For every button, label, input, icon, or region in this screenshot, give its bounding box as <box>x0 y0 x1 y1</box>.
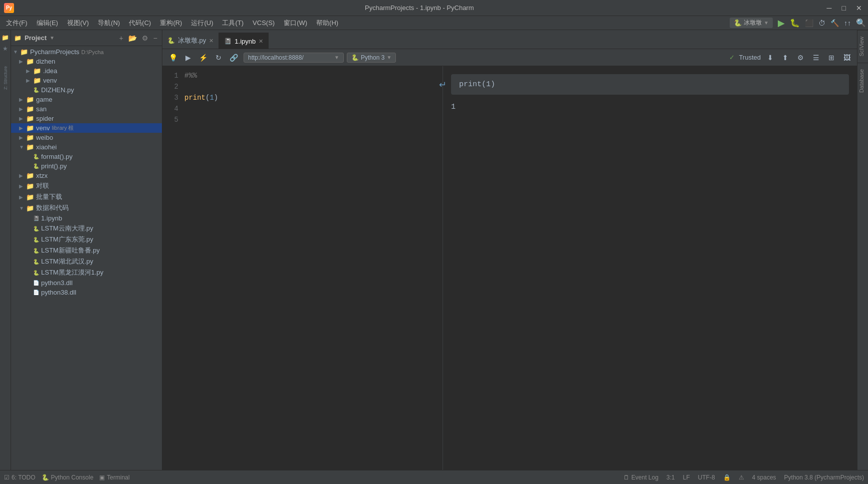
notebook-content: 1 2 3 4 5 #%% print(1) <box>162 66 857 470</box>
tree-item-format-py[interactable]: ▶ 🐍 format().py <box>11 152 162 161</box>
tree-item-spider[interactable]: ▶ 📁 spider <box>11 114 162 123</box>
close-button[interactable]: ✕ <box>854 4 864 12</box>
func-name: print <box>184 94 205 102</box>
menu-view[interactable]: 视图(V) <box>63 18 93 29</box>
tab-ipynb-close[interactable]: ✕ <box>259 38 263 45</box>
code-content[interactable]: #%% print(1) <box>182 66 443 129</box>
file-dizhen-py-label: DIZHEN.py <box>41 86 74 94</box>
left-icon-bookmark[interactable]: ★ <box>3 45 8 52</box>
nb-kernel-dropdown-icon: ▼ <box>386 55 391 60</box>
tree-item-idea[interactable]: ▶ 📁 .idea <box>11 66 162 76</box>
tree-item-python3-dll[interactable]: ▶ 📄 python3.dll <box>11 278 162 288</box>
nb-export-button[interactable]: ⬆ <box>780 52 791 63</box>
tree-item-data-code[interactable]: ▼ 📁 数据和代码 <box>11 202 162 213</box>
database-label[interactable]: Database <box>857 63 868 99</box>
kernel-selector[interactable]: 🐍 冰墩墩 ▼ <box>730 18 773 28</box>
nb-refresh-button[interactable]: ↻ <box>213 52 224 63</box>
coverage-button[interactable]: ⬛ <box>805 19 813 27</box>
menu-run[interactable]: 运行(U) <box>187 18 217 29</box>
menu-window[interactable]: 窗口(W) <box>280 18 311 29</box>
tree-item-xiaohei[interactable]: ▼ 📁 xiaohei <box>11 142 162 152</box>
folder-venv-root-label: venv <box>36 124 50 132</box>
debug-button[interactable]: 🐛 <box>790 18 800 28</box>
tree-item-duilian[interactable]: ▶ 📁 对联 <box>11 180 162 191</box>
tree-item-print-py[interactable]: ▶ 🐍 print().py <box>11 161 162 171</box>
nb-import-button[interactable]: ⬇ <box>765 52 776 63</box>
bottom-terminal[interactable]: ▣ Terminal <box>99 474 129 481</box>
profile-button[interactable]: ⏱ <box>818 19 825 27</box>
code-cell[interactable]: 1 2 3 4 5 #%% print(1) <box>162 66 443 470</box>
python-console-icon: 🐍 <box>42 474 49 481</box>
title-bar-left: Py <box>4 3 14 13</box>
nb-bulb-button[interactable]: 💡 <box>166 52 180 63</box>
commit-button[interactable]: ↑↑ <box>844 19 851 27</box>
sciview-label[interactable]: ScIView <box>857 30 868 63</box>
nb-kernel-selector[interactable]: 🐍 Python 3 ▼ <box>347 53 396 63</box>
menu-refactor[interactable]: 重构(R) <box>156 18 186 29</box>
encoding: UTF-8 <box>698 474 715 481</box>
tree-item-lstm-hubei[interactable]: ▶ 🐍 LSTM湖北武汉.py <box>11 256 162 267</box>
tree-item-dizhen[interactable]: ▶ 📁 dizhen <box>11 57 162 66</box>
folder-data-code-label: 数据和代码 <box>36 203 69 212</box>
nb-lightning-button[interactable]: ⚡ <box>196 52 210 63</box>
tab-ipynb-icon: 📓 <box>224 38 232 45</box>
tree-root[interactable]: ▼ 📁 PycharmProjects D:\Pycha <box>11 47 162 57</box>
tree-item-dizhen-py[interactable]: ▶ 🐍 DIZHEN.py <box>11 85 162 95</box>
tree-item-san[interactable]: ▶ 📁 san <box>11 104 162 114</box>
tree-item-lstm-guangdong[interactable]: ▶ 🐍 LSTM广东东莞.py <box>11 234 162 245</box>
tree-item-piliang[interactable]: ▶ 📁 批量下载 <box>11 191 162 202</box>
project-dropdown-icon[interactable]: ▼ <box>50 35 55 41</box>
right-panel-labels: ScIView Database <box>857 30 868 470</box>
menu-code[interactable]: 代码(C) <box>125 18 155 29</box>
menu-help[interactable]: 帮助(H) <box>312 18 342 29</box>
nb-grid-button[interactable]: ⊞ <box>826 52 837 63</box>
tree-item-venv-root[interactable]: ▶ 📁 venv library 根 <box>11 123 162 133</box>
new-file-button[interactable]: + <box>118 33 125 43</box>
tab-bar: 🐍 冰墩墩.py ✕ 📓 1.ipynb ✕ <box>162 30 857 49</box>
menu-navigate[interactable]: 导航(N) <box>94 18 124 29</box>
tree-item-game[interactable]: ▶ 📁 game <box>11 95 162 104</box>
tree-item-lstm-heilongjiang[interactable]: ▶ 🐍 LSTM黑龙江漠河1.py <box>11 267 162 278</box>
nb-link-button[interactable]: 🔗 <box>227 52 241 63</box>
tree-item-xtzx[interactable]: ▶ 📁 xtzx <box>11 171 162 180</box>
bottom-todo[interactable]: ☑ 6: TODO <box>4 474 36 481</box>
maximize-button[interactable]: □ <box>840 4 848 12</box>
tree-item-python38-dll[interactable]: ▶ 📄 python38.dll <box>11 288 162 297</box>
tree-item-lstm-yunnan[interactable]: ▶ 🐍 LSTM云南大理.py <box>11 223 162 234</box>
menu-vcs[interactable]: VCS(S) <box>249 18 279 28</box>
menu-edit[interactable]: 编辑(E) <box>33 18 62 29</box>
file-ipynb-label: 1.ipynb <box>41 214 62 222</box>
bottom-python-console[interactable]: 🐍 Python Console <box>42 474 94 481</box>
minimize-button[interactable]: ─ <box>825 4 834 12</box>
left-icon-project[interactable]: 📁 <box>2 34 9 41</box>
tree-item-ipynb[interactable]: ▶ 📓 1.ipynb <box>11 213 162 223</box>
menu-bar: 文件(F) 编辑(E) 视图(V) 导航(N) 代码(C) 重构(R) 运行(U… <box>0 16 868 30</box>
output-arrow-icon: ↵ <box>439 79 447 90</box>
nb-url-bar[interactable]: http://localhost:8888/ ▼ <box>244 53 344 63</box>
event-log-item[interactable]: 🗒 Event Log <box>623 474 658 481</box>
nb-settings-button[interactable]: ⚙ <box>795 52 806 63</box>
tab-bingdundun[interactable]: 🐍 冰墩墩.py ✕ <box>162 33 219 49</box>
event-log-label: Event Log <box>631 474 659 481</box>
settings-button[interactable]: ⚙ <box>140 33 150 43</box>
nb-list-button[interactable]: ☰ <box>810 52 822 63</box>
collapse-all-button[interactable]: − <box>152 33 159 43</box>
left-icon-structure[interactable]: Z: Structure <box>3 66 8 90</box>
menu-tools[interactable]: 工具(T) <box>218 18 248 29</box>
tab-bingdundun-icon: 🐍 <box>167 37 175 44</box>
tree-item-weibo[interactable]: ▶ 📁 weibo <box>11 133 162 142</box>
nb-image-button[interactable]: 🖼 <box>841 52 853 63</box>
build-button[interactable]: 🔨 <box>830 19 839 27</box>
folder-weibo-label: weibo <box>36 134 53 141</box>
nb-run-button[interactable]: ▶ <box>183 52 193 63</box>
tree-item-lstm-xinjiang[interactable]: ▶ 🐍 LSTM新疆吐鲁番.py <box>11 245 162 256</box>
tab-bingdundun-close[interactable]: ✕ <box>209 38 213 44</box>
tree-item-venv-dizhen[interactable]: ▶ 📁 venv <box>11 76 162 85</box>
search-everywhere-button[interactable]: 🔍 <box>856 18 866 28</box>
tab-ipynb[interactable]: 📓 1.ipynb ✕ <box>219 33 269 49</box>
venv-suffix-label: library 根 <box>52 124 74 132</box>
line-ending: LF <box>683 474 690 481</box>
new-folder-button[interactable]: 📂 <box>127 33 138 43</box>
menu-file[interactable]: 文件(F) <box>2 18 32 29</box>
run-button[interactable]: ▶ <box>778 18 785 29</box>
